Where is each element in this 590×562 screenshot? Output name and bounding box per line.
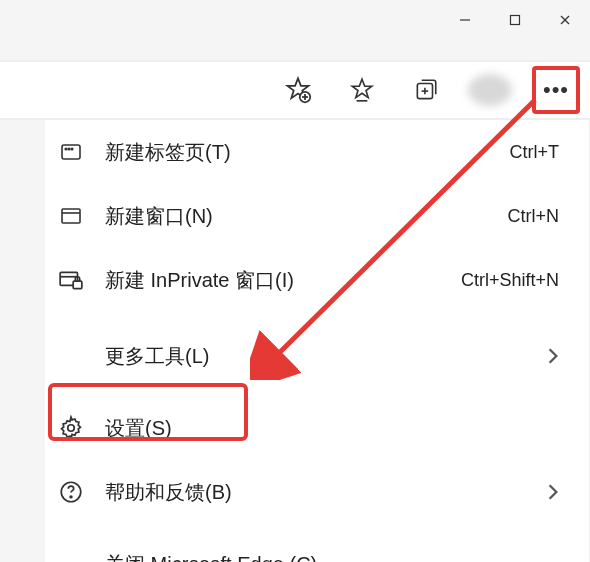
menu-label: 新建 InPrivate 窗口(I) bbox=[105, 267, 461, 294]
menu-label: 更多工具(L) bbox=[105, 343, 559, 370]
gear-icon bbox=[57, 414, 85, 442]
svg-point-12 bbox=[65, 148, 67, 150]
menu-label: 新建窗口(N) bbox=[105, 203, 507, 230]
menu-shortcut: Ctrl+Shift+N bbox=[461, 270, 559, 291]
menu-close-edge[interactable]: 关闭 Microsoft Edge (C) bbox=[45, 532, 589, 562]
menu-settings[interactable]: 设置(S) bbox=[45, 396, 589, 460]
svg-rect-15 bbox=[62, 209, 80, 223]
toolbar: ••• bbox=[0, 60, 590, 120]
menu-help[interactable]: 帮助和反馈(B) bbox=[45, 460, 589, 524]
svg-point-22 bbox=[70, 496, 72, 498]
chevron-right-icon bbox=[547, 483, 559, 501]
svg-rect-11 bbox=[62, 145, 80, 159]
svg-point-14 bbox=[71, 148, 73, 150]
menu-label: 新建标签页(T) bbox=[105, 139, 510, 166]
menu-new-inprivate[interactable]: 新建 InPrivate 窗口(I) Ctrl+Shift+N bbox=[45, 248, 589, 312]
favorites-icon[interactable] bbox=[340, 68, 384, 112]
window-icon bbox=[57, 202, 85, 230]
menu-label: 帮助和反馈(B) bbox=[105, 479, 559, 506]
svg-point-13 bbox=[68, 148, 70, 150]
svg-rect-19 bbox=[73, 281, 82, 289]
menu-label: 设置(S) bbox=[105, 415, 559, 442]
menu-label: 关闭 Microsoft Edge (C) bbox=[105, 551, 559, 563]
window-controls bbox=[440, 0, 590, 40]
help-icon bbox=[57, 478, 85, 506]
collections-icon[interactable] bbox=[404, 68, 448, 112]
more-icon: ••• bbox=[543, 77, 569, 103]
close-button[interactable] bbox=[540, 0, 590, 40]
minimize-button[interactable] bbox=[440, 0, 490, 40]
chevron-right-icon bbox=[547, 347, 559, 365]
settings-dropdown: 新建标签页(T) Ctrl+T 新建窗口(N) Ctrl+N 新建 InPriv… bbox=[45, 120, 590, 562]
svg-rect-1 bbox=[511, 16, 520, 25]
inprivate-icon bbox=[57, 266, 85, 294]
maximize-button[interactable] bbox=[490, 0, 540, 40]
more-menu-button[interactable]: ••• bbox=[532, 66, 580, 114]
menu-shortcut: Ctrl+T bbox=[510, 142, 560, 163]
svg-point-20 bbox=[68, 425, 75, 432]
menu-new-tab[interactable]: 新建标签页(T) Ctrl+T bbox=[45, 120, 589, 184]
menu-new-window[interactable]: 新建窗口(N) Ctrl+N bbox=[45, 184, 589, 248]
tab-icon bbox=[57, 138, 85, 166]
profile-avatar[interactable] bbox=[468, 74, 512, 106]
menu-shortcut: Ctrl+N bbox=[507, 206, 559, 227]
add-favorite-icon[interactable] bbox=[276, 68, 320, 112]
menu-more-tools[interactable]: 更多工具(L) bbox=[45, 324, 589, 388]
